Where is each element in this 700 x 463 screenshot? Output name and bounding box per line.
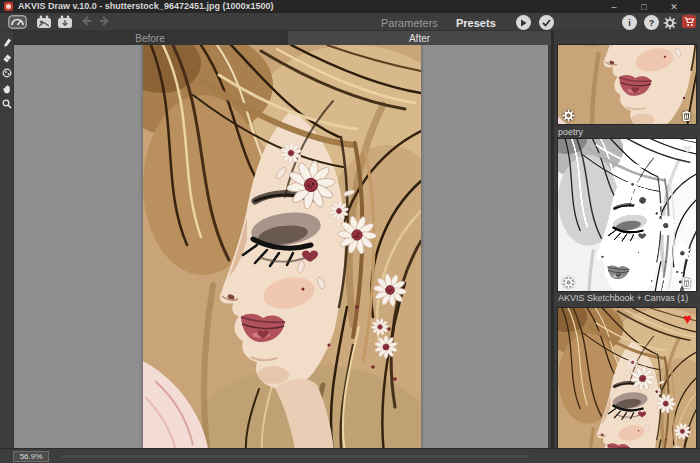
- app-logo-icon: [4, 2, 13, 11]
- apply-button[interactable]: [539, 15, 554, 30]
- open-image-button[interactable]: [36, 15, 52, 29]
- pencil-tool-button[interactable]: [1, 36, 13, 48]
- horizontal-scrollbar[interactable]: [60, 455, 530, 458]
- info-button[interactable]: i: [622, 15, 637, 30]
- settings-button[interactable]: [663, 16, 677, 30]
- magnifier-icon: [2, 99, 12, 109]
- buy-button[interactable]: [682, 15, 696, 28]
- eraser-icon: [2, 53, 12, 63]
- preset-preview-sketchbook: [558, 139, 697, 292]
- help-button[interactable]: ?: [644, 15, 659, 30]
- preset-preview-favorite: [558, 308, 697, 463]
- hand-tool-button[interactable]: [1, 83, 13, 95]
- close-button[interactable]: ✕: [664, 0, 684, 13]
- zoom-tool-button[interactable]: [1, 98, 13, 110]
- gauge-icon: [8, 15, 27, 29]
- history-brush-tool-button[interactable]: [1, 67, 13, 79]
- title-bar: AKVIS Draw v.10.0 - shutterstock_9647245…: [0, 0, 700, 13]
- trash-icon: [680, 109, 693, 122]
- gear-icon: [663, 16, 677, 30]
- favorite-heart-icon[interactable]: ♥: [683, 141, 692, 156]
- preset-preview-poetry: [558, 45, 697, 125]
- tool-strip: [0, 31, 14, 448]
- maximize-button[interactable]: □: [634, 0, 654, 13]
- preset-label[interactable]: AKVIS Sketchbook + Canvas (1): [558, 293, 696, 303]
- save-image-button[interactable]: [57, 15, 73, 29]
- gear-icon: [562, 109, 575, 122]
- preset-thumbnail-sketchbook[interactable]: ♥: [557, 138, 697, 292]
- presets-panel: poetry ♥ AKVIS Sketchbook + Canvas (1) ♥: [554, 31, 700, 463]
- history-brush-icon: [2, 68, 12, 78]
- pencil-icon: [2, 37, 12, 47]
- run-button[interactable]: [516, 15, 531, 30]
- check-icon: [542, 19, 551, 27]
- undo-arrow-icon: [80, 15, 93, 27]
- eraser-tool-button[interactable]: [1, 52, 13, 64]
- tab-after[interactable]: After: [288, 31, 551, 45]
- preset-delete-button[interactable]: [679, 275, 693, 289]
- minimize-button[interactable]: –: [604, 0, 624, 13]
- help-icon: ?: [644, 15, 659, 30]
- image-canvas[interactable]: [14, 45, 548, 448]
- cart-icon: [684, 17, 695, 27]
- hand-icon: [2, 84, 12, 94]
- tab-before[interactable]: Before: [14, 31, 287, 45]
- tab-presets[interactable]: Presets: [456, 17, 496, 29]
- preset-delete-button[interactable]: [679, 108, 693, 122]
- preview-gauge-button[interactable]: [8, 15, 27, 29]
- play-icon: [520, 19, 527, 27]
- trash-icon: [680, 276, 693, 289]
- main-toolbar: Parameters Presets i ?: [0, 13, 700, 31]
- gear-icon: [562, 276, 575, 289]
- preset-settings-button[interactable]: [561, 275, 575, 289]
- save-image-icon: [57, 15, 73, 29]
- window-title: AKVIS Draw v.10.0 - shutterstock_9647245…: [18, 1, 273, 11]
- status-bar: 56.9%: [0, 448, 700, 463]
- preset-settings-button[interactable]: [561, 108, 575, 122]
- undo-button[interactable]: [80, 15, 93, 27]
- redo-button[interactable]: [98, 15, 111, 27]
- tab-parameters[interactable]: Parameters: [381, 17, 438, 29]
- preset-thumbnail-poetry[interactable]: [557, 44, 697, 125]
- open-image-icon: [36, 15, 52, 29]
- akvis-draw-window: AKVIS Draw v.10.0 - shutterstock_9647245…: [0, 0, 700, 463]
- preset-label[interactable]: poetry: [558, 127, 696, 137]
- info-icon: i: [622, 15, 637, 30]
- after-image[interactable]: [143, 45, 421, 448]
- preset-thumbnail-favorite[interactable]: ♥: [557, 307, 697, 463]
- favorite-heart-icon[interactable]: ♥: [683, 311, 692, 326]
- redo-arrow-icon: [98, 15, 111, 27]
- zoom-level-field[interactable]: 56.9%: [13, 451, 49, 462]
